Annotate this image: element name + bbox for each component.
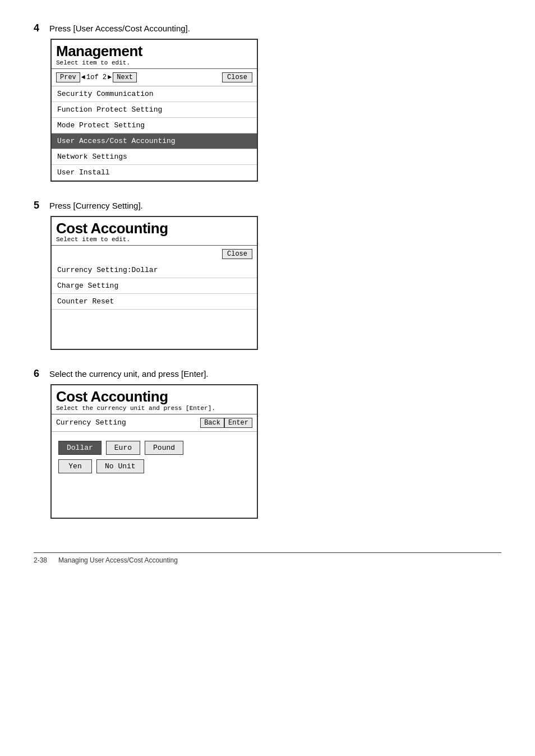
menu-item-charge-setting[interactable]: Charge Setting — [52, 278, 257, 294]
footer: 2-38 Managing User Access/Cost Accountin… — [34, 552, 501, 564]
prev-button[interactable]: Prev — [56, 72, 80, 82]
menu-item-user-access[interactable]: User Access/Cost Accounting — [52, 133, 257, 149]
menu-item-user-install[interactable]: User Install — [52, 165, 257, 181]
back-button[interactable]: Back — [200, 418, 224, 428]
step-5-number: 5 — [34, 200, 44, 211]
management-title: Management — [56, 43, 252, 59]
step-6-number: 6 — [34, 368, 44, 380]
step-5-label: 5 Press [Currency Setting]. — [34, 200, 501, 211]
step-6-label: 6 Select the currency unit, and press [E… — [34, 368, 501, 380]
menu-item-counter-reset[interactable]: Counter Reset — [52, 294, 257, 310]
next-button[interactable]: Next — [113, 72, 137, 82]
dollar-btn[interactable]: Dollar — [58, 441, 102, 455]
step-6-section: 6 Select the currency unit, and press [E… — [34, 368, 501, 519]
step-6-instruction: Select the currency unit, and press [Ent… — [49, 369, 208, 379]
step-4-label: 4 Press [User Access/Cost Accounting]. — [34, 22, 501, 34]
step-5-section: 5 Press [Currency Setting]. Cost Account… — [34, 200, 501, 351]
page-info: 1of 2 — [86, 73, 107, 81]
currency-nav-btns: Back Enter — [200, 418, 252, 428]
step-5-instruction: Press [Currency Setting]. — [49, 201, 143, 210]
step-4-section: 4 Press [User Access/Cost Accounting]. M… — [34, 22, 501, 182]
empty-space-1 — [52, 310, 257, 349]
menu-item-mode-protect[interactable]: Mode Protect Setting — [52, 118, 257, 133]
cost-accounting-screen-1: Cost Accounting Select item to edit. Clo… — [50, 216, 258, 351]
yen-btn[interactable]: Yen — [58, 459, 92, 473]
management-title-area: Management Select item to edit. — [52, 40, 257, 69]
cost-accounting-1-subtitle: Select item to edit. — [56, 236, 252, 243]
currency-buttons-area: Dollar Euro Pound Yen No Unit — [52, 432, 257, 487]
currency-row-2: Yen No Unit — [58, 459, 250, 473]
management-nav: Prev ◄ 1of 2 ► Next Close — [52, 69, 257, 86]
footer-text: Managing User Access/Cost Accounting — [58, 556, 178, 564]
left-arrow-icon: ◄ — [81, 73, 85, 81]
currency-setting-label: Currency Setting — [56, 418, 126, 427]
cost-accounting-2-title: Cost Accounting — [56, 389, 252, 405]
cost-accounting-screen-2: Cost Accounting Select the currency unit… — [50, 384, 258, 519]
menu-item-security-communication[interactable]: Security Communication — [52, 86, 257, 102]
cost-accounting-1-menu: Currency Setting:Dollar Charge Setting C… — [52, 262, 257, 310]
currency-setting-nav: Currency Setting Back Enter — [52, 414, 257, 432]
cost-accounting-1-title-area: Cost Accounting Select item to edit. — [52, 217, 257, 246]
cost-accounting-1-title: Cost Accounting — [56, 220, 252, 237]
step-4-number: 4 — [34, 22, 44, 34]
cost-accounting-1-nav: Close — [52, 246, 257, 262]
cost-accounting-2-title-area: Cost Accounting Select the currency unit… — [52, 385, 257, 414]
enter-button[interactable]: Enter — [224, 418, 252, 428]
right-arrow-icon: ► — [108, 73, 112, 81]
management-nav-left: Prev ◄ 1of 2 ► Next — [56, 72, 137, 82]
menu-item-network-settings[interactable]: Network Settings — [52, 149, 257, 165]
management-subtitle: Select item to edit. — [56, 59, 252, 66]
cost-accounting-1-close-btn[interactable]: Close — [222, 249, 252, 259]
management-screen: Management Select item to edit. Prev ◄ 1… — [50, 39, 258, 182]
pound-btn[interactable]: Pound — [145, 441, 183, 455]
empty-space-2 — [52, 487, 257, 518]
menu-item-currency-setting[interactable]: Currency Setting:Dollar — [52, 262, 257, 278]
menu-item-function-protect[interactable]: Function Protect Setting — [52, 102, 257, 118]
currency-row-1: Dollar Euro Pound — [58, 441, 250, 455]
cost-accounting-2-subtitle: Select the currency unit and press [Ente… — [56, 405, 252, 412]
euro-btn[interactable]: Euro — [106, 441, 140, 455]
management-close-btn[interactable]: Close — [222, 72, 252, 82]
step-4-instruction: Press [User Access/Cost Accounting]. — [49, 24, 190, 33]
management-menu: Security Communication Function Protect … — [52, 86, 257, 181]
footer-page: 2-38 — [34, 556, 47, 564]
no-unit-btn[interactable]: No Unit — [96, 459, 144, 473]
